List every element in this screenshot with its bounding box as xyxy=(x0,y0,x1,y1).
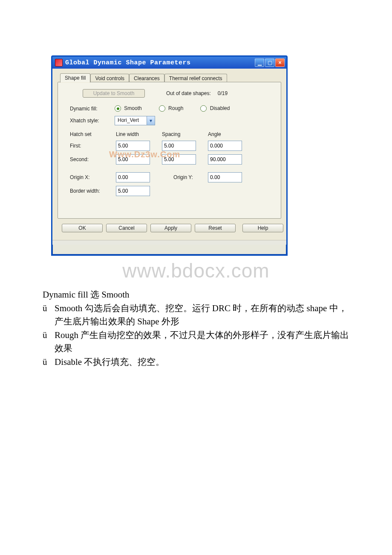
first-row-label: First: xyxy=(70,143,112,149)
tab-void-controls[interactable]: Void controls xyxy=(90,74,129,83)
dialog-window: Global Dynamic Shape Parameters ▁ ▢ × Sh… xyxy=(51,55,288,256)
dynamic-fill-label: Dynamic fill: xyxy=(70,106,110,112)
xhatch-style-label: Xhatch style: xyxy=(70,118,110,124)
close-button[interactable]: × xyxy=(275,58,285,67)
angle-header: Angle xyxy=(208,131,251,137)
radio-rough[interactable]: Rough xyxy=(159,105,184,112)
apply-button[interactable]: Apply xyxy=(150,224,191,232)
second-row-label: Second: xyxy=(70,156,112,162)
xhatch-style-combo[interactable]: Hori_Vert ▾ xyxy=(115,116,155,125)
document-text: Dynamic fill 选 Smooth ü Smooth 勾选后会自动填充、… xyxy=(43,288,349,369)
second-angle-input[interactable] xyxy=(208,154,242,165)
dialog-buttons: OK Cancel Apply Reset Help xyxy=(58,219,281,232)
radio-disabled-label: Disabled xyxy=(210,105,230,111)
tab-thermal-relief-connects[interactable]: Thermal relief connects xyxy=(164,74,227,83)
doc-item-rough: ü Rough 产生自动挖空的效果，不过只是大体的外形样子，没有产生底片输出效果 xyxy=(43,329,349,355)
radio-smooth[interactable]: Smooth xyxy=(115,105,142,112)
first-linewidth-input[interactable] xyxy=(116,141,150,151)
hatch-set-header: Hatch set xyxy=(70,131,112,137)
help-button[interactable]: Help xyxy=(242,224,283,232)
border-width-label: Border width: xyxy=(70,188,112,194)
tabs-strip: Shape fill Void controls Clearances Ther… xyxy=(58,73,281,82)
cancel-button[interactable]: Cancel xyxy=(106,224,147,232)
ok-button[interactable]: OK xyxy=(62,224,103,232)
tab-shape-fill[interactable]: Shape fill xyxy=(60,73,90,83)
radio-disabled[interactable]: Disabled xyxy=(200,105,230,112)
reset-button[interactable]: Reset xyxy=(195,224,236,232)
spacing-header: Spacing xyxy=(162,131,205,137)
window-title: Global Dynamic Shape Parameters xyxy=(65,59,255,66)
xhatch-style-value: Hori_Vert xyxy=(115,116,147,125)
first-angle-input[interactable] xyxy=(208,141,242,151)
app-icon xyxy=(55,59,63,66)
watermark-bdocx: www.bdocx.com xyxy=(43,259,349,282)
origin-x-input[interactable] xyxy=(116,172,150,182)
second-linewidth-input[interactable] xyxy=(116,154,150,165)
origin-x-label: Origin X: xyxy=(70,174,112,180)
first-spacing-input[interactable] xyxy=(162,141,196,151)
border-width-input[interactable] xyxy=(116,186,150,196)
line-width-header: Line width xyxy=(116,131,159,137)
maximize-button[interactable]: ▢ xyxy=(265,58,274,67)
status-bar xyxy=(52,240,286,245)
doc-item-disable: ü Disable 不执行填充、挖空。 xyxy=(43,356,349,368)
minimize-button[interactable]: ▁ xyxy=(255,58,264,67)
doc-item-smooth: ü Smooth 勾选后会自动填充、挖空。运行 DRC 时，在所有的动态 sha… xyxy=(43,302,349,328)
titlebar[interactable]: Global Dynamic Shape Parameters ▁ ▢ × xyxy=(52,57,286,69)
origin-y-label: Origin Y: xyxy=(162,174,205,180)
client-area: Shape fill Void controls Clearances Ther… xyxy=(52,69,286,240)
out-of-date-value: 0/19 xyxy=(218,90,228,96)
tab-clearances[interactable]: Clearances xyxy=(129,74,164,83)
radio-rough-label: Rough xyxy=(168,105,183,111)
tab-panel-shape-fill: Www.Dz3w.Com Update to Smooth Out of dat… xyxy=(58,82,281,219)
radio-smooth-label: Smooth xyxy=(124,105,141,111)
second-spacing-input[interactable] xyxy=(162,154,196,165)
doc-line-1: Dynamic fill 选 Smooth xyxy=(43,288,349,301)
chevron-down-icon[interactable]: ▾ xyxy=(147,116,155,125)
out-of-date-label: Out of date shapes: xyxy=(166,90,211,96)
origin-y-input[interactable] xyxy=(208,172,242,182)
update-to-smooth-button[interactable]: Update to Smooth xyxy=(83,89,145,98)
